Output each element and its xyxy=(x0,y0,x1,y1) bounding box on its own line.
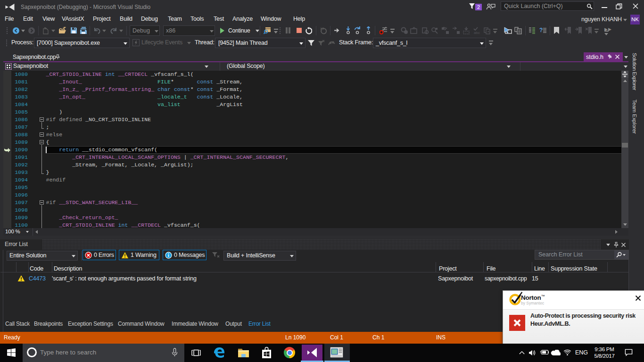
svg-text:abc: abc xyxy=(474,31,480,34)
svg-text:?: ? xyxy=(539,27,543,33)
